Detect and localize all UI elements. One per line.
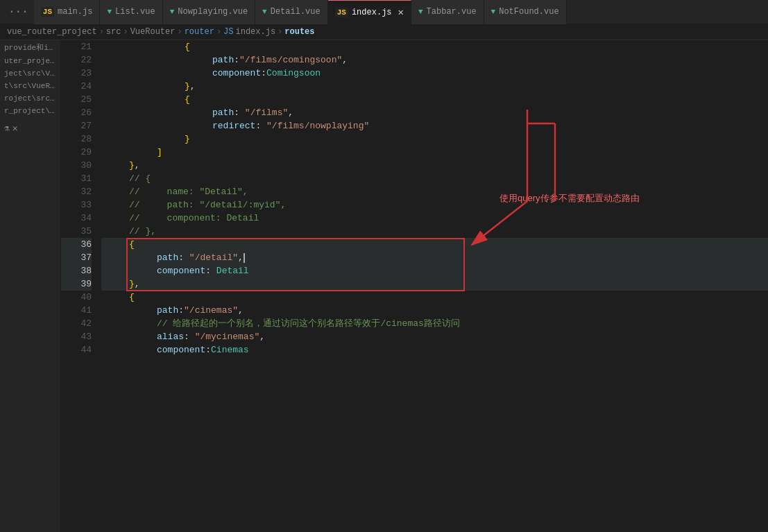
sidebar-item-4[interactable]: roject\src\VueR... [0,92,60,105]
code-line-41: path:"/cinemas", [101,304,768,317]
tab-label: List.vue [115,7,155,17]
code-line-42: // 给路径起的一个别名，通过访问这个别名路径等效于/cinemas路径访问 [101,317,768,330]
breadcrumb-part[interactable]: VueRouter [130,27,176,37]
filter-close-icon[interactable]: ✕ [12,123,18,134]
tab-list-vue[interactable]: ▼ List.vue [100,0,162,24]
tab-bar: ··· JS main.js ▼ List.vue ▼ Nowplaying.v… [0,0,768,24]
editor-area: 21 22 23 24 25 26 27 28 29 30 31 32 33 3… [61,40,768,532]
code-line-29: ] [101,146,768,159]
vue-icon: ▼ [107,8,112,16]
tab-main-js[interactable]: JS main.js [34,0,101,24]
sidebar-item-5[interactable]: r_project\src\V... [0,105,60,117]
breadcrumb-routes[interactable]: routes [284,27,314,37]
code-line-24: }, [101,80,768,93]
code-line-36: { [101,238,768,251]
tab-notfound-vue[interactable]: ▼ NotFound.vue [484,0,567,24]
code-line-33: // path: "/detail/:myid", [101,198,768,212]
code-line-25: { [101,93,768,106]
tab-detail-vue[interactable]: ▼ Detail.vue [255,0,328,24]
line-numbers: 21 22 23 24 25 26 27 28 29 30 31 32 33 3… [61,40,97,532]
code-line-39: }, [101,277,768,291]
code-line-22: path:"/films/comingsoon", [101,53,768,67]
breadcrumb-js-icon: JS [223,27,233,37]
js-icon: JS [41,7,54,17]
code-line-37: path: "/detail", [101,251,768,264]
code-line-27: redirect: "/films/nowplaying" [101,119,768,132]
tab-label: index.js [352,8,392,17]
sidebar-item-3[interactable]: t\src\VueRout... [0,80,60,92]
breadcrumb-part[interactable]: vue_router_project [7,27,97,37]
close-tab-icon[interactable]: ✕ [398,6,404,18]
tab-label: Nowplaying.vue [178,7,248,17]
code-line-38: component: Detail [101,264,768,277]
vue-icon: ▼ [491,8,496,16]
tab-nowplaying-vue[interactable]: ▼ Nowplaying.vue [163,0,255,24]
sidebar-item-2[interactable]: ject\src\VueRo... [0,67,60,80]
sidebar-item-provide[interactable]: provide和inject [0,40,60,55]
sidebar: provide和inject uter_project\src... ject\… [0,40,61,532]
tab-label: NotFound.vue [499,7,558,17]
vue-icon: ▼ [418,8,423,16]
js-icon: JS [335,8,348,17]
code-line-44: component:Cinemas [101,343,768,357]
vue-icon: ▼ [262,8,267,16]
code-content: { path:"/films/comingsoon", component:Co… [97,40,768,532]
main-layout: provide和inject uter_project\src... ject\… [0,40,768,532]
code-line-43: alias: "/mycinemas", [101,330,768,343]
breadcrumb: vue_router_project › src › VueRouter › r… [0,24,768,40]
tab-index-js[interactable]: JS index.js ✕ [328,0,411,24]
tab-label: Tabbar.vue [427,7,477,17]
breadcrumb-part[interactable]: src [106,27,121,37]
filter-icon[interactable]: ⚗ [4,123,10,134]
code-line-35: // }, [101,225,768,238]
sidebar-filter: ⚗ ✕ [0,120,60,137]
breadcrumb-router[interactable]: router [185,27,214,37]
vue-icon: ▼ [170,8,175,16]
code-line-28: } [101,132,768,146]
tab-tabbar-vue[interactable]: ▼ Tabbar.vue [411,0,484,24]
code-editor[interactable]: 21 22 23 24 25 26 27 28 29 30 31 32 33 3… [61,40,768,532]
code-line-31: // { [101,172,768,185]
code-line-32: // name: "Detail", [101,185,768,198]
code-line-34: // component: Detail [101,212,768,225]
code-line-40: { [101,291,768,304]
code-line-26: path: "/films", [101,106,768,119]
code-line-21: { [101,40,768,53]
tab-label: Detail.vue [271,7,321,17]
code-line-30: }, [101,159,768,172]
more-tabs-button[interactable]: ··· [3,6,34,18]
code-line-23: component:Comingsoon [101,67,768,80]
sidebar-item-1[interactable]: uter_project\src... [0,55,60,67]
breadcrumb-filename[interactable]: index.js [235,27,275,37]
tab-label: main.js [58,7,92,17]
